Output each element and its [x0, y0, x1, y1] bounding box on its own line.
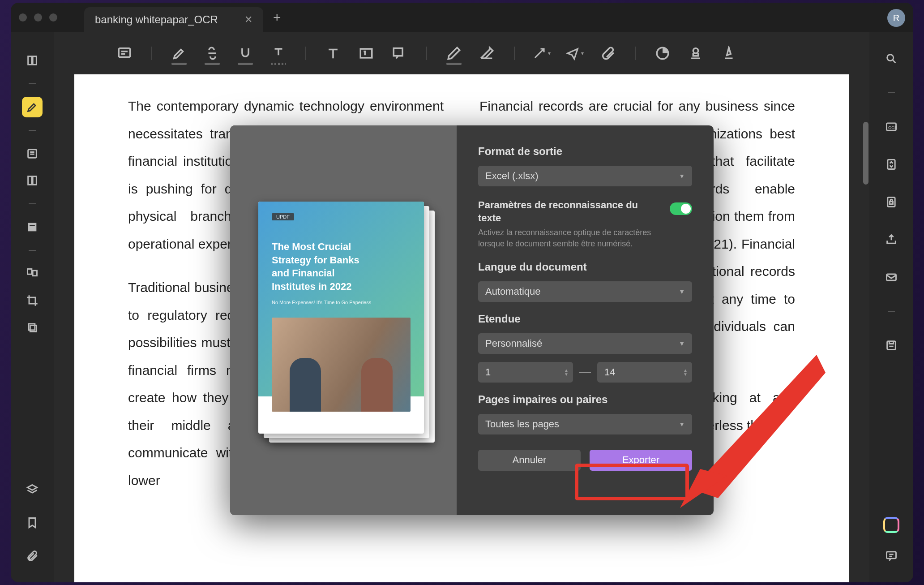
- range-select[interactable]: Personnalisé ▼: [478, 333, 692, 354]
- language-select[interactable]: Automatique ▼: [478, 281, 692, 302]
- app-logo-icon[interactable]: [883, 517, 899, 533]
- range-from-input[interactable]: 1 ▲▼: [478, 362, 573, 383]
- chevron-down-icon: ▼: [679, 288, 685, 295]
- sticker-icon[interactable]: [654, 44, 672, 62]
- svg-rect-20: [887, 274, 896, 280]
- save-icon[interactable]: [881, 335, 902, 356]
- svg-rect-9: [119, 48, 130, 57]
- callout-icon[interactable]: [390, 44, 408, 62]
- close-window-button[interactable]: [19, 13, 27, 22]
- scrollbar-thumb[interactable]: [863, 122, 868, 185]
- export-preview: UPDF The Most Crucial Strategy for Banks…: [230, 125, 457, 515]
- comment-icon[interactable]: [116, 44, 133, 62]
- svg-rect-19: [890, 202, 893, 204]
- search-icon[interactable]: [881, 48, 902, 69]
- email-icon[interactable]: [881, 267, 902, 288]
- thumb-image: [272, 318, 411, 412]
- share-icon[interactable]: [881, 229, 902, 250]
- bookmark-icon[interactable]: [22, 512, 43, 533]
- close-tab-icon[interactable]: ✕: [244, 14, 252, 26]
- convert-icon[interactable]: [881, 154, 902, 175]
- layers-icon[interactable]: [22, 479, 43, 500]
- ocr-icon[interactable]: OCR: [881, 116, 902, 137]
- chevron-down-icon: ▼: [679, 421, 685, 428]
- svg-text:OCR: OCR: [888, 125, 898, 130]
- eraser-icon[interactable]: [478, 44, 496, 62]
- signature-icon[interactable]: [720, 44, 738, 62]
- cancel-button[interactable]: Annuler: [478, 450, 581, 471]
- highlighter-icon[interactable]: [170, 44, 188, 62]
- svg-rect-10: [360, 49, 372, 58]
- label-ocr: Paramètres de reconnaissance du texte: [478, 199, 661, 224]
- underline-icon[interactable]: [236, 44, 254, 62]
- attach-icon[interactable]: [599, 44, 617, 62]
- right-sidebar: OCR: [869, 32, 913, 582]
- form-tool-icon[interactable]: [22, 217, 43, 237]
- svg-rect-21: [887, 341, 896, 350]
- label-range: Etendue: [478, 313, 692, 325]
- svg-rect-22: [887, 552, 896, 559]
- minimize-window-button[interactable]: [34, 13, 42, 22]
- thumb-subtitle: No More Expenses! It's Time to Go Paperl…: [272, 300, 411, 305]
- thumb-title: The Most Crucial Strategy for Banks and …: [272, 240, 379, 293]
- stack-tool-icon[interactable]: [22, 317, 43, 338]
- label-format: Format de sortie: [478, 145, 692, 158]
- svg-rect-6: [33, 271, 37, 276]
- export-options: Format de sortie Excel (.xlsx) ▼ Paramèt…: [457, 125, 714, 515]
- page-tool-icon[interactable]: [22, 170, 43, 191]
- app-window: banking whitepapar_OCR ✕ + R: [11, 3, 913, 582]
- export-button[interactable]: Exporter: [590, 450, 692, 471]
- svg-rect-11: [394, 48, 402, 56]
- svg-rect-3: [28, 223, 37, 232]
- ocr-toggle[interactable]: [670, 202, 692, 215]
- titlebar: banking whitepapar_OCR ✕ + R: [11, 3, 913, 32]
- export-dialog: UPDF The Most Crucial Strategy for Banks…: [230, 125, 714, 515]
- svg-rect-4: [30, 225, 35, 226]
- wavy-underline-icon[interactable]: [270, 44, 287, 62]
- strikethrough-icon[interactable]: [203, 44, 221, 62]
- organize-tool-icon[interactable]: [22, 263, 43, 284]
- arrow-icon[interactable]: ▾: [533, 44, 551, 62]
- svg-point-14: [887, 55, 894, 61]
- oddeven-select[interactable]: Toutes les pages ▼: [478, 414, 692, 434]
- left-sidebar: [11, 32, 54, 582]
- desc-ocr: Activez la reconnaissance optique de car…: [478, 227, 661, 249]
- chevron-down-icon: ▼: [679, 172, 685, 180]
- tab-title: banking whitepapar_OCR: [95, 13, 238, 26]
- svg-point-13: [693, 48, 698, 53]
- crop-tool-icon[interactable]: [22, 290, 43, 311]
- label-language: Langue du document: [478, 261, 692, 273]
- label-oddeven: Pages impaires ou paires: [478, 393, 692, 406]
- range-to-input[interactable]: 14 ▲▼: [597, 362, 692, 383]
- chevron-down-icon: ▼: [679, 340, 685, 347]
- edit-tool-icon[interactable]: [22, 143, 43, 164]
- toolbar: ▾ ▾: [54, 32, 869, 74]
- svg-rect-5: [28, 269, 32, 275]
- highlight-tool-icon[interactable]: [22, 97, 43, 117]
- maximize-window-button[interactable]: [49, 13, 57, 22]
- format-select[interactable]: Excel (.xlsx) ▼: [478, 166, 692, 186]
- stamp-icon[interactable]: [687, 44, 705, 62]
- text-icon[interactable]: [324, 44, 342, 62]
- window-controls: [11, 13, 57, 22]
- svg-rect-1: [28, 176, 32, 185]
- user-avatar[interactable]: R: [887, 9, 905, 27]
- add-tab-button[interactable]: +: [273, 10, 281, 25]
- pencil-icon[interactable]: [445, 44, 463, 62]
- reader-mode-icon[interactable]: [22, 50, 43, 71]
- send-icon[interactable]: ▾: [566, 44, 584, 62]
- thumb-logo: UPDF: [272, 213, 294, 220]
- textbox-icon[interactable]: [357, 44, 375, 62]
- feedback-icon[interactable]: [881, 546, 902, 566]
- document-tab[interactable]: banking whitepapar_OCR ✕: [84, 7, 263, 32]
- attachment-icon[interactable]: [22, 546, 43, 566]
- protect-icon[interactable]: [881, 192, 902, 212]
- svg-rect-2: [33, 176, 36, 185]
